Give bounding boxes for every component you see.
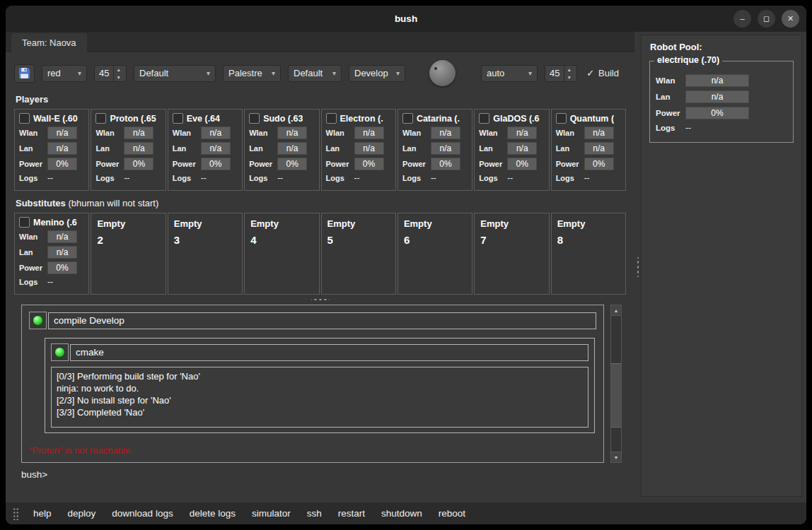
- logs-status: --: [124, 173, 129, 183]
- simulator-button[interactable]: simulator: [245, 505, 298, 522]
- scrollbar-thumb[interactable]: [611, 363, 621, 427]
- substitute-checkbox[interactable]: [19, 217, 30, 228]
- lan-status: n/a: [685, 90, 749, 103]
- scrollbar-track[interactable]: [611, 316, 621, 452]
- ssh-button[interactable]: ssh: [300, 505, 329, 522]
- logs-label: Logs: [249, 174, 277, 182]
- player-checkbox[interactable]: [249, 113, 260, 124]
- lan-label: Lan: [402, 144, 431, 153]
- download-logs-button[interactable]: download logs: [105, 505, 180, 522]
- pool-robot-name: electrique (.70): [654, 55, 722, 65]
- player-checkbox[interactable]: [326, 113, 337, 124]
- player-name: Catarina (.: [417, 114, 460, 124]
- logs-label: Logs: [479, 174, 507, 182]
- command-prompt[interactable]: bush>: [21, 469, 634, 480]
- spinner-arrows-icon[interactable]: ▲▼: [564, 66, 573, 81]
- player-name: Electron (.: [340, 114, 383, 124]
- scroll-down-icon[interactable]: ▼: [611, 452, 621, 462]
- player-checkbox[interactable]: [556, 113, 567, 124]
- empty-label: Empty: [174, 218, 238, 229]
- power-label: Power: [249, 160, 277, 168]
- vertical-splitter[interactable]: [634, 32, 641, 502]
- volume-dial[interactable]: [429, 60, 456, 86]
- player-checkbox[interactable]: [479, 113, 489, 124]
- slot-number: 3: [174, 234, 238, 246]
- subtask-title[interactable]: cmake: [70, 344, 588, 361]
- wlan-value: Default: [294, 68, 323, 78]
- wlan-label: Wlan: [479, 129, 507, 137]
- robot-pool-entry: electrique (.70) Wlann/a Lann/a Power0% …: [649, 61, 794, 143]
- window-controls: – ◻ ✕: [733, 10, 799, 28]
- wlan-status: n/a: [584, 126, 614, 139]
- robot-pool-panel: Robot Pool: electrique (.70) Wlann/a Lan…: [641, 35, 802, 497]
- maximize-button[interactable]: ◻: [758, 10, 775, 28]
- lan-status: n/a: [124, 142, 153, 155]
- lan-status: n/a: [47, 246, 77, 259]
- close-button[interactable]: ✕: [782, 10, 799, 28]
- console-scrollbar[interactable]: ▲ ▼: [610, 305, 622, 463]
- tab-strip: Team: Naova: [6, 32, 634, 52]
- restart-button[interactable]: restart: [331, 505, 372, 522]
- build-log[interactable]: [0/3] Performing build step for 'Nao' ni…: [51, 367, 588, 428]
- tab-team-naova[interactable]: Team: Naova: [11, 33, 87, 52]
- build-config-select[interactable]: Develop▾: [349, 65, 405, 82]
- substitutes-row: Menino (.6 Wlann/a Lann/a Power0% Logs--…: [14, 213, 626, 295]
- wlan-label: Wlan: [656, 76, 685, 85]
- wlan-label: Wlan: [19, 232, 47, 241]
- logs-label: Logs: [402, 174, 431, 182]
- power-status: 0%: [507, 158, 537, 170]
- save-button[interactable]: [14, 64, 35, 83]
- deploy-button[interactable]: deploy: [61, 505, 103, 522]
- wlan-status: n/a: [354, 126, 384, 139]
- subtask-frame: cmake [0/3] Performing build step for 'N…: [45, 338, 595, 433]
- horizontal-splitter[interactable]: [311, 298, 330, 301]
- empty-label: Empty: [97, 218, 161, 229]
- shutdown-button[interactable]: shutdown: [374, 505, 429, 522]
- volume-spinner[interactable]: 45▲▼: [545, 65, 577, 82]
- logs-status: --: [201, 173, 207, 183]
- deploy-mode-value: auto: [487, 68, 504, 78]
- task-title[interactable]: compile Develop: [48, 312, 596, 329]
- player-checkbox[interactable]: [95, 113, 106, 124]
- logs-status: --: [685, 123, 691, 133]
- minimize-button[interactable]: –: [733, 10, 751, 28]
- checkmark-icon: ✓: [586, 68, 594, 78]
- help-button[interactable]: help: [26, 505, 59, 522]
- spinner-arrows-icon[interactable]: ▲▼: [113, 66, 122, 81]
- task-status-button[interactable]: [29, 312, 47, 329]
- number-spinner[interactable]: 45▲▼: [94, 65, 127, 82]
- build-checkbox[interactable]: ✓Build: [586, 68, 619, 78]
- splitter-grip-icon: [637, 257, 639, 277]
- empty-label: Empty: [557, 218, 621, 229]
- deploy-mode-select[interactable]: auto▾: [481, 65, 538, 82]
- player-name: Eve (.64: [187, 114, 220, 124]
- delete-logs-button[interactable]: delete logs: [182, 505, 243, 522]
- player-checkbox[interactable]: [173, 113, 183, 124]
- preset-select[interactable]: Default▾: [134, 65, 216, 82]
- location-select[interactable]: Palestre▾: [223, 65, 281, 82]
- player-card: Sudo (.63 Wlann/a Lann/a Power0% Logs--: [244, 109, 319, 191]
- log-line: [2/3] No install step for 'Nao': [57, 394, 583, 406]
- maximize-icon: ◻: [763, 15, 770, 23]
- subtask-status-button[interactable]: [51, 343, 69, 361]
- color-select[interactable]: red▾: [42, 65, 87, 82]
- empty-slot-card: Empty 2: [91, 213, 166, 295]
- logs-status: --: [47, 173, 53, 183]
- player-checkbox[interactable]: [19, 113, 30, 124]
- slot-number: 6: [404, 234, 468, 246]
- build-config-value: Develop: [354, 68, 388, 78]
- lan-status: n/a: [47, 142, 77, 155]
- wlan-label: Wlan: [402, 129, 431, 137]
- scroll-up-icon[interactable]: ▲: [611, 305, 621, 316]
- toolbar-grip-icon[interactable]: [13, 507, 19, 520]
- chevron-down-icon: ▾: [396, 69, 400, 77]
- wlan-select[interactable]: Default▾: [288, 65, 342, 82]
- wlan-status: n/a: [201, 126, 231, 139]
- lan-status: n/a: [431, 142, 460, 155]
- power-label: Power: [479, 160, 507, 168]
- power-status: 0%: [431, 158, 460, 170]
- substitutes-note: (bhuman will not start): [68, 198, 158, 208]
- player-checkbox[interactable]: [402, 113, 413, 124]
- reboot-button[interactable]: reboot: [431, 505, 472, 522]
- slot-number: 2: [97, 234, 161, 246]
